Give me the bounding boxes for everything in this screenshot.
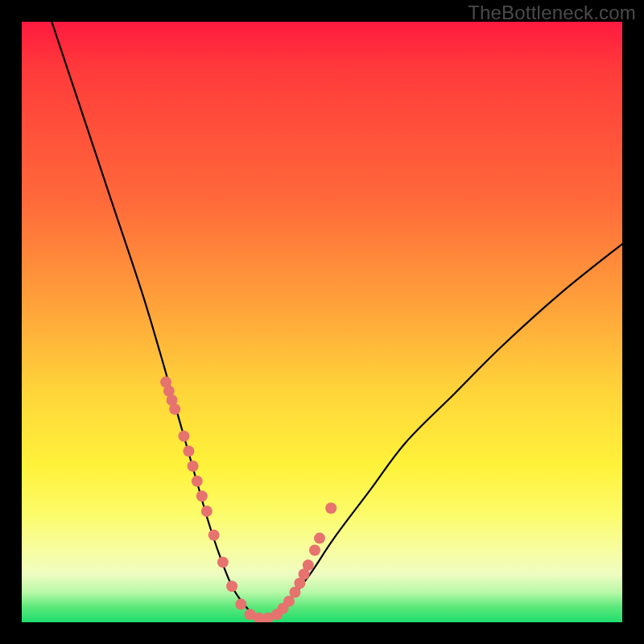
watermark-text: TheBottleneck.com bbox=[468, 2, 636, 24]
highlight-dot bbox=[217, 556, 229, 568]
plot-area bbox=[22, 22, 622, 622]
highlight-dot bbox=[325, 502, 336, 514]
chart-frame: TheBottleneck.com bbox=[0, 0, 644, 644]
highlight-dot bbox=[235, 599, 246, 610]
highlight-dot bbox=[183, 445, 194, 456]
bottleneck-curve bbox=[52, 22, 622, 618]
highlight-dot bbox=[192, 476, 203, 487]
highlight-dot bbox=[208, 530, 220, 541]
highlight-dot bbox=[314, 533, 325, 544]
highlight-dot bbox=[178, 431, 189, 442]
highlight-dot bbox=[169, 403, 180, 415]
highlight-dot bbox=[196, 490, 208, 502]
highlight-dot bbox=[309, 545, 320, 556]
highlight-dot bbox=[188, 460, 199, 472]
highlight-dot bbox=[303, 559, 314, 571]
highlight-dots-group bbox=[160, 377, 336, 622]
curve-svg bbox=[22, 22, 622, 622]
highlight-dot bbox=[201, 506, 213, 517]
highlight-dot bbox=[226, 580, 237, 592]
